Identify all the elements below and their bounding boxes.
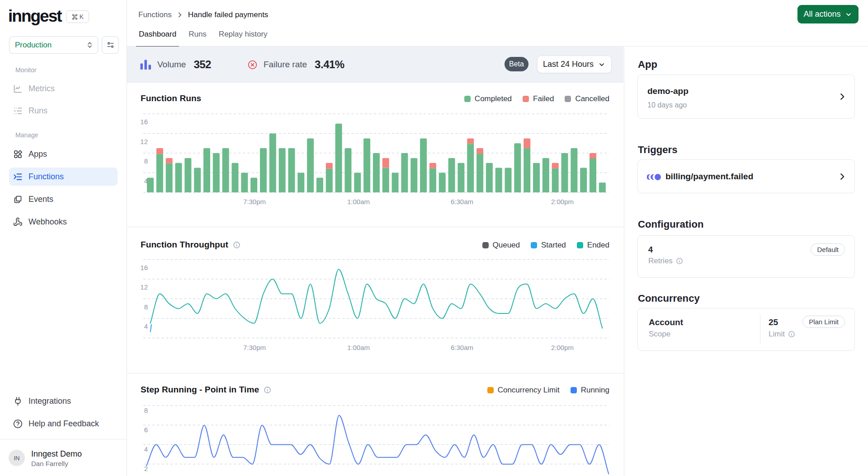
svg-text:1:00am: 1:00am	[347, 198, 370, 205]
svg-text:16: 16	[140, 118, 148, 126]
svg-text:2:00pm: 2:00pm	[551, 198, 574, 205]
svg-text:1:00am: 1:00am	[347, 344, 370, 351]
svg-text:7:30pm: 7:30pm	[243, 344, 266, 351]
svg-text:6:30am: 6:30am	[451, 344, 473, 351]
svg-text:12: 12	[140, 283, 148, 291]
svg-text:8: 8	[144, 406, 148, 414]
svg-text:7:30pm: 7:30pm	[243, 198, 266, 205]
svg-text:6:30am: 6:30am	[451, 198, 473, 205]
svg-text:6: 6	[144, 426, 148, 434]
svg-text:2:00pm: 2:00pm	[551, 344, 574, 351]
svg-text:8: 8	[144, 157, 148, 165]
svg-text:16: 16	[140, 264, 148, 271]
svg-text:4: 4	[144, 322, 148, 330]
svg-text:8: 8	[144, 303, 148, 311]
svg-text:12: 12	[140, 138, 148, 145]
svg-text:2: 2	[144, 465, 148, 472]
svg-text:4: 4	[144, 177, 148, 185]
svg-text:4: 4	[144, 445, 148, 453]
